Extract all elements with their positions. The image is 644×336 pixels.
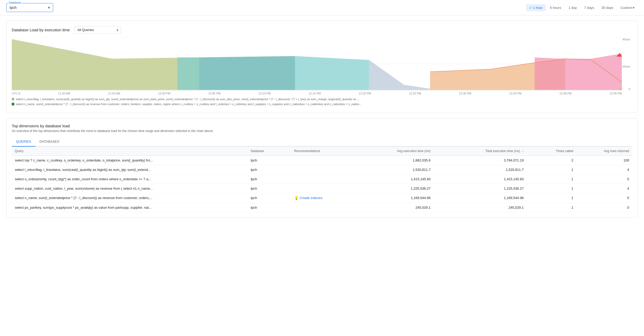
chart-section: Database Load by execution time All Quer… <box>6 21 638 113</box>
cell-query-1: select top ? c_name, c_custkey, o_orderk… <box>12 155 247 165</box>
cell-db-2: tpch <box>247 165 291 174</box>
cell-rows-3: 5 <box>576 174 632 184</box>
table-row: select l_returnflag, l_linestatus, sum(c… <box>12 165 632 174</box>
cell-db-1: tpch <box>247 155 291 165</box>
time-filter-1d[interactable]: 1 day <box>566 4 580 11</box>
x-label-1230: 12:30 PM <box>459 92 471 95</box>
x-label-1215: 12:15 PM <box>308 92 321 95</box>
col-header-avg-exec: Avg execution time (ms) <box>353 147 434 156</box>
database-select[interactable]: tpch postgres mydb <box>6 3 53 12</box>
x-label-1245: 12:45 PM <box>610 92 622 95</box>
time-filter-30d[interactable]: 30 days <box>598 4 617 11</box>
chart-legend: select l_returnflag, l_linestatus, sum(c… <box>12 97 632 106</box>
section-title: Top dimensions by database load <box>12 124 632 128</box>
x-label-utc: UTC-8 <box>12 92 20 95</box>
x-label-1155: 11:55 AM <box>108 92 120 95</box>
custom-label: Custom <box>621 6 632 10</box>
custom-chevron-icon: ▾ <box>633 6 635 10</box>
svg-marker-8 <box>535 53 622 90</box>
cell-db-5: tpch <box>247 193 291 203</box>
cell-query-2: select l_returnflag, l_linestatus, sum(c… <box>12 165 247 174</box>
time-filter-1h[interactable]: 1 hour <box>526 4 546 11</box>
legend-item-1: select l_returnflag, l_linestatus, sum(c… <box>12 97 632 101</box>
table-row: select top ? c_name, c_custkey, o_orderk… <box>12 155 632 165</box>
cell-rec-1 <box>291 155 353 165</box>
sort-icon-total-exec: ↓ <box>522 149 524 153</box>
cell-rows-5: 5 <box>576 193 632 203</box>
cell-avg-exec-4: 1,225,536.27 <box>353 184 434 193</box>
cell-rec-4 <box>291 184 353 193</box>
time-filter-7d[interactable]: 7 days <box>581 4 597 11</box>
cell-avg-exec-1: 1,882,035.6 <box>353 155 434 165</box>
x-label-1210: 12:10 PM <box>258 92 271 95</box>
cell-rec-6 <box>291 203 353 212</box>
col-header-query: Query <box>12 147 247 156</box>
cell-rows-6: 0 <box>576 203 632 212</box>
svg-marker-6 <box>369 60 430 90</box>
lightbulb-icon: 💡 <box>294 196 299 200</box>
bottom-section: Top dimensions by database load An overv… <box>6 118 638 218</box>
cell-rows-1: 100 <box>576 155 632 165</box>
legend-color-2 <box>12 103 14 105</box>
cell-total-exec-5: 1,169,544.96 <box>434 193 527 203</box>
section-subtitle: An overview of the top dimensions that c… <box>12 129 632 133</box>
tab-queries[interactable]: QUERIES <box>12 137 35 147</box>
cell-db-6: tpch <box>247 203 291 212</box>
cell-rows-4: 4 <box>576 184 632 193</box>
table-row: select ps_partkey, sum(ps_supplycost * p… <box>12 203 632 212</box>
table-row: select n_name, sum(l_extendedprice * (? … <box>12 193 632 203</box>
cell-rec-3 <box>291 174 353 184</box>
data-table: Query Database Recommendations Avg execu… <box>12 147 632 212</box>
cell-query-5: select n_name, sum(l_extendedprice * (? … <box>12 193 247 203</box>
chart-svg <box>12 38 622 90</box>
cell-rec-5: 💡 Create indexes <box>291 193 353 203</box>
col-header-recommendations: Recommendations <box>291 147 353 156</box>
tabs: QUERIES DATABASES <box>12 137 632 147</box>
cell-avg-exec-3: 1,415,145.83 <box>353 174 434 184</box>
chart-header: Database Load by execution time All Quer… <box>12 26 632 34</box>
database-select-wrapper: Database tpch postgres mydb ▼ <box>6 3 53 12</box>
time-filter-6h[interactable]: 6 hours <box>547 4 564 11</box>
time-filter-custom[interactable]: Custom ▾ <box>617 4 638 11</box>
y-label-20min: 20min <box>622 65 630 68</box>
query-filter-select[interactable]: All Queries Top Queries <box>74 26 121 34</box>
cell-total-exec-1: 3,764,071.19 <box>434 155 527 165</box>
time-filters: 1 hour 6 hours 1 day 7 days 30 days Cust… <box>526 4 638 11</box>
create-indexes-label: Create indexes <box>300 196 322 200</box>
cell-times-1: 2 <box>527 155 576 165</box>
x-label-1220: 12:20 PM <box>359 92 371 95</box>
x-label-1200: 12:00 PM <box>158 92 170 95</box>
tab-databases[interactable]: DATABASES <box>35 137 64 147</box>
cell-rec-2 <box>291 165 353 174</box>
x-label-1240: 12:40 PM <box>559 92 572 95</box>
cell-rows-2: 4 <box>576 165 632 174</box>
database-label: Database <box>8 1 22 4</box>
cell-total-exec-3: 1,415,145.83 <box>434 174 527 184</box>
chart-container: 40min 20min 0 <box>12 38 632 95</box>
y-label-0: 0 <box>629 87 630 91</box>
col-header-avg-rows: Avg rows returned <box>576 147 632 156</box>
cell-times-3: 1 <box>527 174 576 184</box>
x-label-1225: 12:25 PM <box>409 92 421 95</box>
col-header-database: Database <box>247 147 291 156</box>
col-header-total-exec[interactable]: Total execution time (ms) ↓ <box>434 147 527 156</box>
cell-times-2: 1 <box>527 165 576 174</box>
cell-avg-exec-6: 245,029.1 <box>353 203 434 212</box>
col-header-times-called: Times called <box>527 147 576 156</box>
table-body: select top ? c_name, c_custkey, o_orderk… <box>12 155 632 212</box>
cell-avg-exec-5: 1,169,544.96 <box>353 193 434 203</box>
y-label-40min: 40min <box>622 38 630 41</box>
query-filter-wrapper: All Queries Top Queries ▾ <box>74 26 121 34</box>
legend-color-1 <box>12 98 14 100</box>
cell-query-3: select o_orderpriority, count_big(*) as … <box>12 174 247 184</box>
chart-x-axis: UTC-8 11:50 AM 11:55 AM 12:00 PM 12:05 P… <box>12 91 622 96</box>
svg-marker-3 <box>12 39 199 90</box>
x-label-1150: 11:50 AM <box>58 92 70 95</box>
x-label-1235: 12:35 PM <box>509 92 521 95</box>
cell-times-5: 1 <box>527 193 576 203</box>
create-indexes-link[interactable]: 💡 Create indexes <box>294 196 350 200</box>
cell-total-exec-4: 1,225,536.27 <box>434 184 527 193</box>
header: Database tpch postgres mydb ▼ 1 hour 6 h… <box>0 0 644 15</box>
table-row: select supp_nation, cust_nation, l_year,… <box>12 184 632 193</box>
legend-text-2: select n_name, sum(l_extendedprice * (? … <box>16 102 362 106</box>
